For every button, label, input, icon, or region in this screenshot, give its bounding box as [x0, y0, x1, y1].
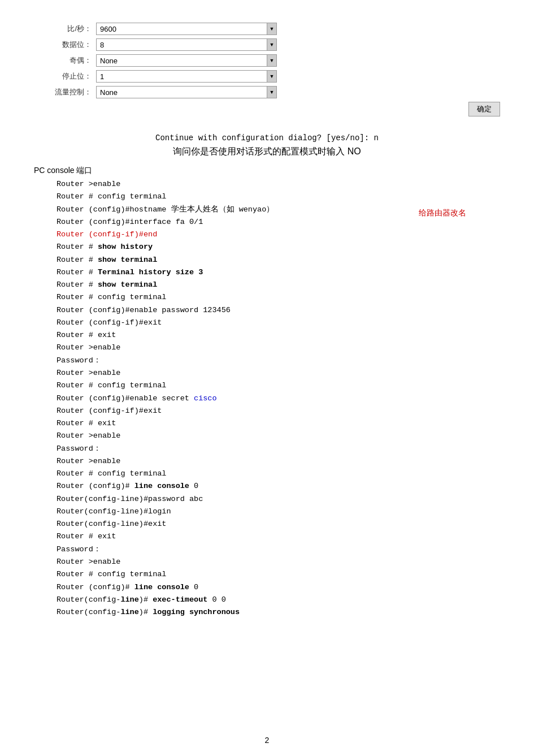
- page: 比/秒： 9600 ▼ 数据位： 8 ▼ 奇偶： None ▼ 停止位： 1: [0, 0, 534, 756]
- form-row-bps: 比/秒： 9600 ▼: [34, 23, 500, 35]
- annotation-rename: 给路由器改名: [419, 208, 466, 218]
- terminal-line: Router # config terminal: [57, 568, 500, 581]
- terminal-line: Router (config)#enable password 123456: [57, 304, 500, 317]
- terminal-line: Router # show terminal: [57, 279, 500, 291]
- terminal-line: Router # exit: [57, 329, 500, 342]
- terminal-line: Router(config-line)# logging synchronous: [57, 606, 500, 619]
- pc-console-header: PC console 端口: [34, 166, 500, 176]
- terminal-line: Router (config)# line console 0: [57, 480, 500, 493]
- config-dialog-line: Continue with configuration dialog? [yes…: [34, 133, 500, 142]
- terminal-line: Router >enable: [57, 178, 500, 191]
- terminal-line: Password：: [57, 443, 500, 455]
- terminal-line: Router # config terminal: [57, 191, 500, 203]
- label-parity: 奇偶：: [34, 55, 96, 66]
- form-row-stopbits: 停止位： 1 ▼: [34, 70, 500, 83]
- form-row-databits: 数据位： 8 ▼: [34, 38, 500, 51]
- select-wrap-databits[interactable]: 8 ▼: [96, 38, 277, 51]
- terminal-line: Router # show terminal: [57, 254, 500, 266]
- terminal-line: Router >enable: [57, 556, 500, 568]
- select-wrap-stopbits[interactable]: 1 ▼: [96, 70, 277, 83]
- label-stopbits: 停止位：: [34, 71, 96, 81]
- confirm-button[interactable]: 确定: [468, 102, 500, 116]
- terminal-line: Router (config-if)#exit: [57, 405, 500, 417]
- terminal-line: Router >enable: [57, 342, 500, 354]
- terminal-line: Router >enable: [57, 455, 500, 468]
- select-bps[interactable]: 9600: [96, 23, 277, 35]
- terminal-line: Router # config terminal: [57, 291, 500, 304]
- terminal-line: Router # Terminal history size 3: [57, 266, 500, 279]
- terminal-line: Router # exit: [57, 417, 500, 430]
- form-row-flowcontrol: 流量控制： None ▼: [34, 86, 500, 98]
- terminal-line: Router (config)# line console 0: [57, 581, 500, 594]
- terminal-line: Router(config-line)#password abc: [57, 493, 500, 506]
- select-parity[interactable]: None: [96, 54, 277, 67]
- terminal-line: Router # show history: [57, 241, 500, 253]
- select-stopbits[interactable]: 1: [96, 70, 277, 83]
- label-bps: 比/秒：: [34, 24, 96, 34]
- terminal-line: Router # exit: [57, 530, 500, 543]
- terminal-line: Router >enable: [57, 430, 500, 442]
- terminal-line: Password：: [57, 543, 500, 556]
- terminal-line: Router(config-line)#login: [57, 506, 500, 518]
- select-databits[interactable]: 8: [96, 38, 277, 51]
- label-flowcontrol: 流量控制：: [34, 87, 96, 97]
- select-wrap-parity[interactable]: None ▼: [96, 54, 277, 67]
- terminal-line: Router (config)#enable secret cisco: [57, 392, 500, 405]
- terminal-line: Router(config-line)# exec-timeout 0 0: [57, 594, 500, 606]
- select-flowcontrol[interactable]: None: [96, 86, 277, 98]
- terminal-line: Router (config-if)#exit: [57, 317, 500, 329]
- terminal-line: Password：: [57, 355, 500, 367]
- terminal-line: Router (config-if)#end: [57, 228, 500, 241]
- select-wrap-bps[interactable]: 9600 ▼: [96, 23, 277, 35]
- terminal-line: Router >enable: [57, 367, 500, 379]
- terminal-line: Router # config terminal: [57, 468, 500, 480]
- form-row-parity: 奇偶： None ▼: [34, 54, 500, 67]
- confirm-btn-row: 确定: [34, 102, 500, 116]
- select-wrap-flowcontrol[interactable]: None ▼: [96, 86, 277, 98]
- terminal-block: Router >enableRouter # config terminalRo…: [34, 178, 500, 619]
- page-number: 2: [265, 736, 270, 745]
- form-section: 比/秒： 9600 ▼ 数据位： 8 ▼ 奇偶： None ▼ 停止位： 1: [34, 23, 500, 116]
- terminal-line: Router # config terminal: [57, 379, 500, 392]
- terminal-line: Router(config-line)#exit: [57, 518, 500, 530]
- chinese-instruction: 询问你是否使用对话形式的配置模式时输入 NO: [34, 146, 500, 158]
- content-area: PC console 端口 Router >enableRouter # con…: [34, 166, 500, 619]
- label-databits: 数据位：: [34, 40, 96, 50]
